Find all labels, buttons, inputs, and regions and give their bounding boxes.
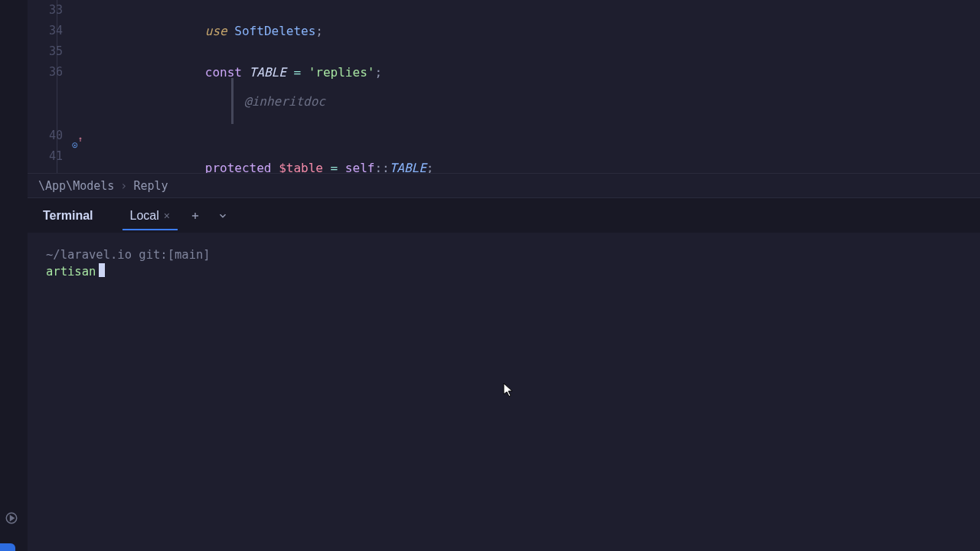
terminal-tabs: Terminal Local × [28,197,980,233]
tab-label: Local [130,209,159,223]
override-gutter-icon[interactable]: ⊙↑ [72,138,83,151]
line-number-gutter: 33 34 35 36 40 41 [28,0,70,173]
terminal-command: artisan [46,265,96,279]
new-terminal-button[interactable] [185,209,205,223]
code-editor[interactable]: 33 34 35 36 40 41 ⊙↑ use SoftDeletes; co… [28,0,980,173]
breadcrumb-class[interactable]: Reply [133,179,168,193]
terminal-tab-local[interactable]: Local × [122,201,178,230]
code-content: use SoftDeletes; const TABLE = 'replies'… [101,0,980,83]
line-number: 36 [28,62,63,83]
semicolon: ; [315,24,323,38]
breadcrumb[interactable]: \App\Models › Reply [28,173,980,197]
close-icon[interactable]: × [164,210,170,222]
keyword-use: use [205,24,227,38]
terminal-output[interactable]: ~/laravel.io git:[main] artisan [28,233,980,551]
terminal-cursor [99,263,105,277]
line-number: 40 [28,126,63,146]
run-icon[interactable] [3,510,20,527]
class-ref: SoftDeletes [234,24,315,38]
terminal-cwd: ~/laravel.io [46,248,132,262]
line-number: 33 [28,0,63,21]
breadcrumb-namespace[interactable]: \App\Models [38,179,114,193]
terminal-branch: [main] [168,248,211,262]
activity-bar [0,0,28,551]
docblock: @inheritdoc [231,78,325,124]
terminal-git-label: git: [139,248,167,262]
line-number: 41 [28,146,63,167]
line-number: 34 [28,21,63,41]
semicolon: ; [374,65,382,80]
status-corner [0,543,15,551]
panel-title[interactable]: Terminal [40,201,96,230]
terminal-dropdown-button[interactable] [213,209,233,223]
doc-tag: @inheritdoc [244,91,325,112]
line-number [28,104,63,126]
chevron-right-icon: › [120,179,127,193]
line-number [28,83,63,104]
line-number: 35 [28,41,63,62]
